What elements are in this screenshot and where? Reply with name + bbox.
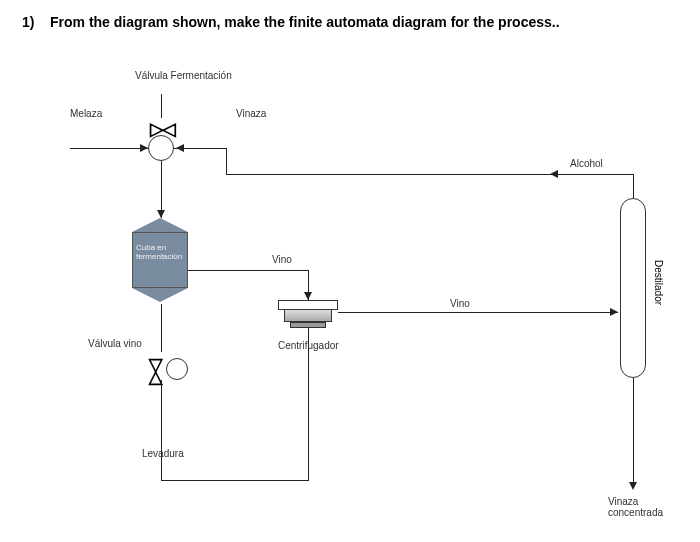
fermentation-tank: Cuba en fermentación: [132, 218, 188, 304]
flow-alcohol-join: [226, 148, 227, 174]
flow-alcohol-back: [226, 174, 634, 175]
label-valvula-fermentacion: Válvula Fermentación: [135, 70, 232, 81]
flow-valve-junction: [161, 94, 162, 118]
tank-label: Cuba en fermentación: [136, 244, 182, 262]
flow-vino-top: [188, 270, 308, 271]
label-vinaza: Vinaza: [236, 108, 266, 119]
flow-bottom-2: [161, 480, 309, 481]
question-text: 1) From the diagram shown, make the fini…: [22, 14, 560, 30]
tank-top-icon: [132, 218, 188, 232]
flow-bottom-1: [161, 438, 162, 480]
arrow-icon: [140, 144, 148, 152]
question-number: 1): [22, 14, 34, 30]
distiller-column: [620, 198, 646, 378]
centrifuge-body: [284, 310, 332, 322]
arrow-icon: [176, 144, 184, 152]
label-levadura: Levadura: [142, 448, 184, 459]
label-destilador: Destilador: [653, 260, 664, 305]
tank-label-line1: Cuba en: [136, 243, 166, 252]
wine-valve-node: [166, 358, 188, 380]
label-melaza: Melaza: [70, 108, 102, 119]
process-diagram: Válvula Fermentación Melaza Vinaza ▷◁ Cu…: [50, 50, 670, 525]
tank-bottom-icon: [132, 288, 188, 302]
flow-bottom-up: [308, 328, 309, 480]
arrow-icon: [157, 210, 165, 218]
centrifuge-top: [278, 300, 338, 310]
flow-alcohol-up: [633, 174, 634, 198]
arrow-icon: [610, 308, 618, 316]
label-alcohol: Alcohol: [570, 158, 603, 169]
arrow-icon: [629, 482, 637, 490]
label-valvula-vino: Válvula vino: [88, 338, 142, 349]
arrow-icon: [304, 292, 312, 300]
arrow-icon: [550, 170, 558, 178]
flow-vino-to-distiller: [338, 312, 618, 313]
question-body: From the diagram shown, make the finite …: [50, 14, 560, 30]
label-vinaza-concentrada: Vinaza concentrada: [608, 496, 663, 518]
flow-tank-valve: [161, 304, 162, 352]
flow-vinaza-conc: [633, 378, 634, 488]
label-vino1: Vino: [272, 254, 292, 265]
flow-vino-top2: [308, 270, 309, 292]
label-vino2: Vino: [450, 298, 470, 309]
bowtie-icon: ▷◁: [146, 359, 168, 383]
flow-valve-yeast: [161, 380, 162, 440]
junction-node: [148, 135, 174, 161]
tank-label-line2: fermentación: [136, 252, 182, 261]
flow-melaza-in: [70, 148, 148, 149]
centrifuge-unit: [278, 300, 338, 328]
